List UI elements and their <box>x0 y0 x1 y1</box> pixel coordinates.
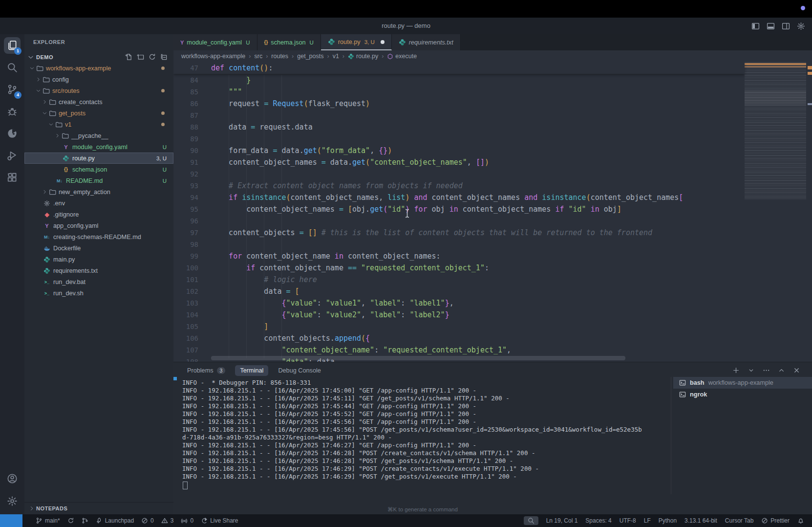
tree-folder--pycache-[interactable]: __pycache__ <box>24 130 173 141</box>
code-line[interactable]: 47def content(): <box>173 62 745 74</box>
tree-folder-config[interactable]: config <box>24 74 173 85</box>
code-line[interactable]: 99 for content_object_name in content_ob… <box>173 250 812 262</box>
terminal-tab-ngrok[interactable]: ngrok <box>673 389 812 400</box>
code-line[interactable]: 101 # logic here <box>173 274 812 285</box>
breadcrumb-item[interactable]: execute <box>387 53 417 60</box>
panel-tab-problems[interactable]: Problems3 <box>182 365 230 376</box>
tree-file-run-dev-bat[interactable]: >_run_dev.bat <box>24 276 173 287</box>
tree-file-main-py[interactable]: main.py <box>24 254 173 265</box>
code-line[interactable]: 93 # Extract content object names from o… <box>173 180 812 192</box>
breadcrumb-item[interactable]: v1 <box>333 53 339 60</box>
tree-file-run-dev-sh[interactable]: >_run_dev.sh <box>24 287 173 299</box>
tree-folder-workflows-app-example[interactable]: workflows-app-example <box>24 63 173 74</box>
tree-folder-src-routes[interactable]: src/routes <box>24 85 173 96</box>
collapse-all-icon[interactable] <box>160 53 168 61</box>
code-line[interactable]: 91 content_object_names = data.get("cont… <box>173 156 812 168</box>
tree-file-app-config-yaml[interactable]: Yapp_config.yaml <box>24 220 173 231</box>
status-item-python[interactable]: Python <box>659 517 677 524</box>
minimap-slider[interactable] <box>745 90 806 105</box>
tab-route-py[interactable]: route.py3, U <box>321 34 392 50</box>
status-item-0[interactable]: 0 <box>141 517 154 524</box>
tree-folder-new-empty-action[interactable]: new_empty_action <box>24 186 173 198</box>
code-line[interactable]: 89 <box>173 133 812 145</box>
code-line[interactable]: 98 <box>173 239 812 250</box>
breadcrumb-item[interactable]: workflows-app-example <box>181 53 245 60</box>
activity-item-account[interactable] <box>4 470 21 487</box>
code-line[interactable]: 96 <box>173 215 812 227</box>
breadcrumb-item[interactable]: get_posts <box>297 53 323 60</box>
minimap[interactable] <box>745 62 806 200</box>
panel-tab-debug-console[interactable]: Debug Console <box>273 365 325 376</box>
status-item-live-share[interactable]: Live Share <box>201 517 238 524</box>
status-item-launchpad[interactable]: Launchpad <box>96 517 134 524</box>
tree-file--env[interactable]: .env <box>24 198 173 209</box>
breadcrumb-item[interactable]: routes <box>271 53 288 60</box>
activity-item-extensions[interactable] <box>4 169 21 186</box>
status-item-git-graph[interactable] <box>82 517 88 524</box>
tree-file-dockerfile[interactable]: Dockerfile <box>24 242 173 254</box>
status-item-3-13-1-64-bit[interactable]: 3.13.1 64-bit <box>684 517 717 524</box>
status-item-bell[interactable] <box>797 517 804 524</box>
status-item-lf[interactable]: LF <box>644 517 651 524</box>
activity-item-search[interactable] <box>4 59 21 76</box>
remote-indicator[interactable] <box>0 514 22 527</box>
code-editor[interactable]: 84 }85 """86 request = Request(flask_req… <box>173 62 812 362</box>
activity-item-debug[interactable] <box>4 103 21 120</box>
status-item-cursor-tab[interactable]: Cursor Tab <box>725 517 753 524</box>
settings-gear-icon[interactable] <box>797 22 805 30</box>
refresh-icon[interactable] <box>149 53 156 61</box>
status-item-3[interactable]: 3 <box>161 517 174 524</box>
new-folder-icon[interactable] <box>137 53 144 61</box>
tree-file-route-py[interactable]: route.py3, U <box>24 153 173 164</box>
layout-sidebar-right-icon[interactable] <box>782 22 790 30</box>
new-file-icon[interactable] <box>125 53 132 61</box>
status-item-prettier[interactable]: Prettier <box>761 517 790 524</box>
activity-item-files[interactable]: 1 <box>4 37 21 54</box>
tree-file-requirements-txt[interactable]: requirements.txt <box>24 265 173 276</box>
code-line[interactable]: 97 content_objects = [] # this is the li… <box>173 227 812 239</box>
tree-file-readme-md[interactable]: M↓README.mdU <box>24 175 173 186</box>
breadcrumb-item[interactable]: src <box>254 53 262 60</box>
code-line[interactable]: 107 "content_object_name": "requested_co… <box>173 344 812 356</box>
code-line[interactable]: 84 } <box>173 74 812 86</box>
tree-folder-v1[interactable]: v1 <box>24 119 173 130</box>
code-line[interactable]: 106 content_objects.append({ <box>173 332 812 344</box>
explorer-section-demo[interactable]: DEMO <box>24 51 173 63</box>
status-item-sync[interactable] <box>67 517 74 524</box>
activity-item-source-control[interactable]: 4 <box>4 81 21 98</box>
tree-folder-create-contacts[interactable]: create_contacts <box>24 96 173 108</box>
status-item-main-[interactable]: main* <box>36 517 60 524</box>
code-line[interactable]: 100 if content_object_name == "requested… <box>173 262 812 274</box>
tree-file-schema-json[interactable]: {}schema.jsonU <box>24 164 173 175</box>
code-line[interactable]: 92 <box>173 168 812 180</box>
activity-item-circle-logo[interactable] <box>4 125 21 142</box>
code-line[interactable]: 105 ] <box>173 321 812 332</box>
activity-item-test-play[interactable] <box>4 147 21 164</box>
status-item-spaces-4[interactable]: Spaces: 4 <box>585 517 611 524</box>
code-line[interactable]: 95 content_object_names = [obj.get("id")… <box>173 203 812 215</box>
code-line[interactable]: 86 request = Request(flask_request) <box>173 98 812 110</box>
notepads-section[interactable]: NOTEPADS <box>24 502 173 514</box>
code-line[interactable]: 103 {"value": "value1", "label": "label1… <box>173 297 812 309</box>
layout-sidebar-left-icon[interactable] <box>751 22 760 30</box>
tab-module-config-yaml[interactable]: Ymodule_config.yamlU <box>173 34 257 50</box>
code-line[interactable]: 102 data = [ <box>173 285 812 297</box>
tab-requirements-txt[interactable]: requirements.txt <box>392 34 461 50</box>
code-line[interactable]: 87 <box>173 110 812 121</box>
terminal-tab-bash[interactable]: bashworkflows-app-example <box>673 377 812 389</box>
breadcrumb-item[interactable]: route.py <box>348 53 378 60</box>
tab-schema-json[interactable]: {}schema.jsonU <box>257 34 321 50</box>
tree-folder-get-posts[interactable]: get_posts <box>24 108 173 119</box>
tree-file-module-config-yaml[interactable]: Ymodule_config.yamlU <box>24 141 173 153</box>
terminal-scrollbar[interactable] <box>671 377 671 494</box>
code-line[interactable]: 85 """ <box>173 86 812 98</box>
code-line[interactable]: 94 if isinstance(content_object_names, l… <box>173 192 812 203</box>
panel-tab-terminal[interactable]: Terminal <box>235 365 268 376</box>
code-line[interactable]: 90 form_data = data.get("form_data", {}) <box>173 145 812 156</box>
code-line[interactable]: 88 data = request.data <box>173 121 812 133</box>
tree-file--gitignore[interactable]: ◆.gitignore <box>24 209 173 220</box>
status-item-search[interactable] <box>524 516 538 525</box>
status-item-ln-19-col-1[interactable]: Ln 19, Col 1 <box>546 517 578 524</box>
code-line[interactable]: 104 {"value": "value2", "label": "label2… <box>173 309 812 321</box>
layout-panel-icon[interactable] <box>767 22 775 30</box>
